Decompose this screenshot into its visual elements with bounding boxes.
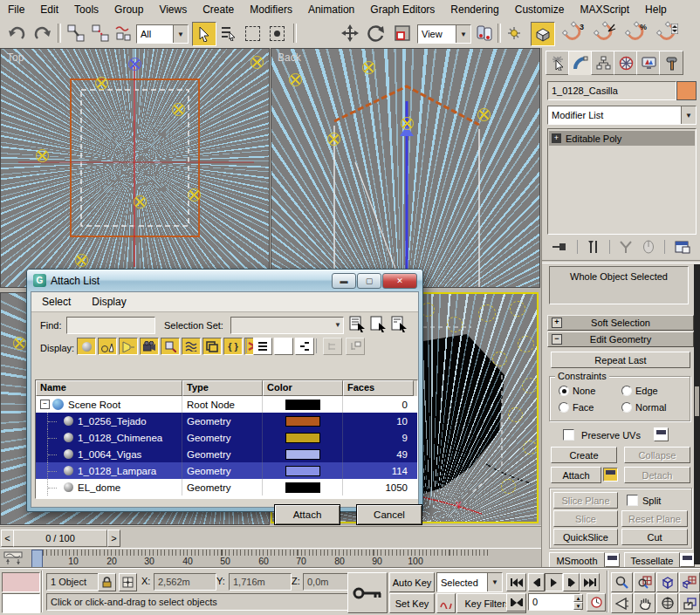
rollout-soft-selection[interactable]: + Soft Selection bbox=[547, 315, 694, 331]
go-to-start-icon[interactable] bbox=[506, 573, 526, 591]
light-gizmo-icon[interactable] bbox=[327, 133, 340, 146]
light-gizmo-icon[interactable] bbox=[522, 378, 538, 393]
cancel-button[interactable]: Cancel bbox=[356, 504, 422, 525]
next-frame-icon[interactable] bbox=[563, 573, 580, 591]
configure-modifier-sets-icon[interactable] bbox=[675, 240, 690, 254]
display-subtree-icon[interactable] bbox=[323, 338, 342, 355]
create-button[interactable]: Create bbox=[551, 447, 617, 463]
light-gizmo-icon[interactable] bbox=[36, 149, 49, 162]
menu-edit[interactable]: Edit bbox=[32, 2, 66, 17]
light-gizmo-icon[interactable] bbox=[362, 61, 375, 74]
constraint-none-radio[interactable]: None bbox=[559, 386, 595, 396]
attach-confirm-button[interactable]: Attach bbox=[274, 504, 340, 525]
light-gizmo-icon[interactable] bbox=[95, 77, 108, 90]
zoom-icon[interactable] bbox=[611, 572, 633, 592]
tessellate-settings-icon[interactable] bbox=[680, 553, 695, 567]
tab-modify[interactable] bbox=[568, 51, 593, 75]
pan-view-icon[interactable] bbox=[634, 593, 655, 613]
menu-help[interactable]: Help bbox=[637, 2, 675, 17]
expand-icon[interactable]: + bbox=[552, 133, 561, 143]
light-gizmo-icon[interactable] bbox=[477, 108, 491, 121]
light-gizmo-icon[interactable] bbox=[510, 301, 525, 317]
close-icon[interactable]: ✕ bbox=[382, 273, 417, 289]
display-shapes-icon[interactable] bbox=[98, 338, 117, 355]
rectangular-selection-region-icon[interactable] bbox=[241, 22, 264, 44]
table-row-lampara[interactable]: 1_0128_Lampara Geometry 114 bbox=[36, 462, 417, 479]
reset-plane-button[interactable]: Reset Plane bbox=[621, 510, 688, 527]
find-input[interactable] bbox=[66, 317, 155, 334]
select-subtree-icon[interactable] bbox=[346, 338, 365, 355]
menu-group[interactable]: Group bbox=[106, 2, 151, 17]
light-gizmo-icon[interactable] bbox=[188, 188, 201, 202]
light-gizmo-icon[interactable] bbox=[478, 304, 496, 322]
menu-file[interactable]: File bbox=[0, 2, 32, 17]
time-configuration-icon[interactable] bbox=[587, 593, 606, 612]
selection-filter-dropdown[interactable]: All ▼ bbox=[136, 24, 189, 44]
column-name[interactable]: Name bbox=[36, 380, 182, 396]
show-end-result-icon[interactable] bbox=[587, 240, 600, 254]
pin-stack-icon[interactable] bbox=[552, 240, 567, 254]
menu-graph-editors[interactable]: Graph Editors bbox=[362, 2, 443, 17]
current-frame-marker[interactable] bbox=[31, 550, 43, 568]
display-geometry-icon[interactable] bbox=[77, 338, 96, 355]
camera-gizmo-icon[interactable] bbox=[128, 58, 141, 71]
constraint-edge-radio[interactable]: Edge bbox=[621, 386, 658, 396]
key-filter-set-dropdown[interactable]: Selected ▼ bbox=[436, 572, 503, 592]
constraint-normal-radio[interactable]: Normal bbox=[621, 402, 666, 413]
play-animation-icon[interactable] bbox=[545, 573, 563, 591]
undo-icon[interactable] bbox=[5, 22, 28, 44]
tab-create[interactable] bbox=[546, 51, 570, 75]
go-to-end-icon[interactable] bbox=[580, 573, 600, 591]
min-max-toggle-icon[interactable] bbox=[679, 593, 700, 613]
unlink-selection-icon[interactable] bbox=[89, 22, 112, 44]
select-all-icon[interactable] bbox=[349, 316, 367, 332]
light-gizmo-icon[interactable] bbox=[75, 254, 88, 267]
reference-coordinate-dropdown[interactable]: View ▼ bbox=[417, 24, 471, 44]
menu-modifiers[interactable]: Modifiers bbox=[242, 2, 300, 17]
slice-button[interactable]: Slice bbox=[553, 510, 618, 527]
attach-list-settings-icon[interactable] bbox=[603, 468, 618, 482]
menu-animation[interactable]: Animation bbox=[300, 2, 362, 17]
menu-create[interactable]: Create bbox=[195, 2, 242, 17]
msmooth-settings-icon[interactable] bbox=[605, 553, 620, 567]
dialog-menu-select[interactable]: Select bbox=[31, 294, 81, 310]
object-color-swatch[interactable] bbox=[676, 81, 697, 100]
collapse-button[interactable]: Collapse bbox=[624, 447, 690, 463]
snap-3d-icon[interactable]: 3 bbox=[562, 22, 585, 44]
z-coordinate-field[interactable]: 0,0m bbox=[303, 573, 352, 591]
table-row-tejado[interactable]: 1_0256_Tejado Geometry 10 bbox=[36, 413, 417, 429]
table-row-vigas[interactable]: 1_0064_Vigas Geometry 49 bbox=[36, 446, 417, 462]
selection-lock-icon[interactable] bbox=[98, 573, 116, 591]
dialog-menu-display[interactable]: Display bbox=[81, 294, 136, 310]
light-gizmo-icon[interactable] bbox=[518, 336, 534, 352]
menu-rendering[interactable]: Rendering bbox=[443, 2, 506, 17]
select-and-scale-icon[interactable] bbox=[391, 22, 414, 44]
display-none-icon[interactable] bbox=[274, 338, 293, 355]
spinner-snap-icon[interactable] bbox=[656, 22, 679, 44]
set-keys-icon[interactable] bbox=[347, 572, 388, 613]
select-none-icon[interactable] bbox=[370, 316, 388, 332]
display-spacewarps-icon[interactable] bbox=[182, 338, 201, 355]
tab-hierarchy[interactable] bbox=[591, 51, 615, 75]
cut-button[interactable]: Cut bbox=[621, 529, 688, 545]
light-gizmo-icon[interactable] bbox=[401, 117, 414, 130]
make-unique-icon[interactable] bbox=[619, 240, 633, 254]
detach-button[interactable]: Detach bbox=[624, 467, 690, 483]
auto-key-button[interactable]: Auto Key bbox=[389, 572, 435, 592]
zoom-all-icon[interactable] bbox=[634, 572, 655, 592]
display-xrefs-icon[interactable]: { } bbox=[223, 338, 243, 355]
tab-display[interactable] bbox=[636, 51, 661, 75]
use-pivot-center-icon[interactable] bbox=[473, 22, 496, 44]
snaps-toggle-icon[interactable] bbox=[531, 22, 555, 46]
key-mode-toggle-icon[interactable] bbox=[506, 593, 526, 612]
angle-snap-icon[interactable] bbox=[594, 22, 616, 44]
column-color[interactable]: Color bbox=[263, 380, 343, 396]
menu-maxscript[interactable]: MAXScript bbox=[572, 2, 637, 17]
previous-frame-icon[interactable] bbox=[528, 573, 545, 591]
select-and-link-icon[interactable] bbox=[65, 22, 87, 44]
previous-frame-arrow-icon[interactable]: < bbox=[1, 530, 14, 547]
stack-item-editable-poly[interactable]: + Editable Poly bbox=[549, 131, 695, 146]
table-row-chimenea[interactable]: 1_0128_Chimenea Geometry 9 bbox=[36, 429, 417, 446]
frame-spinner[interactable]: ▲▼ bbox=[573, 594, 583, 610]
table-row-el-dome[interactable]: EL_dome Geometry 1050 bbox=[36, 479, 417, 495]
